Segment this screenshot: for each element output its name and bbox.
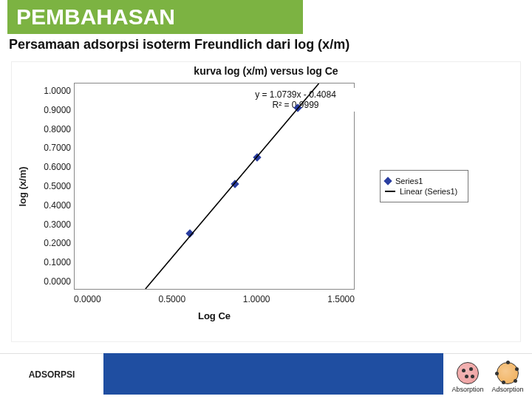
chart-legend: Series1 Linear (Series1) [380, 170, 468, 202]
x-tick: 1.5000 [327, 294, 355, 304]
page-subtitle: Persamaan adsorpsi isoterm Freundlich da… [0, 34, 532, 55]
footer-label: ADSORPSI [29, 369, 75, 380]
footer-right: Absorption Adsorption [443, 353, 532, 395]
y-tick: 0.4000 [35, 200, 71, 211]
y-tick: 0.2000 [35, 238, 71, 248]
x-tick: 0.5000 [158, 294, 185, 304]
footer-bar: ADSORPSI Absorption Adsorption [0, 353, 532, 395]
y-tick: 0.1000 [35, 257, 71, 267]
regression-line [75, 83, 354, 289]
adsorption-icon [497, 362, 519, 384]
line-icon [385, 191, 395, 192]
y-tick: 0.0000 [35, 276, 71, 287]
y-axis-ticks: 1.0000 0.9000 0.8000 0.7000 0.6000 0.500… [33, 83, 74, 290]
footer-left: ADSORPSI [0, 353, 103, 395]
legend-item: Linear (Series1) [385, 187, 463, 196]
y-tick: 0.7000 [35, 143, 71, 153]
y-axis-label: log (x/m) [17, 166, 28, 206]
x-tick: 0.0000 [74, 294, 101, 304]
legend-item: Series1 [385, 177, 463, 185]
y-tick: 0.9000 [35, 105, 71, 115]
x-tick: 1.0000 [243, 294, 270, 304]
absorption-label: Absorption [451, 386, 483, 393]
absorption-icon [457, 362, 479, 384]
y-axis-label-wrap: log (x/m) [12, 83, 33, 290]
diamond-icon [383, 177, 392, 185]
y-tick: 0.8000 [35, 124, 71, 134]
x-axis-ticks: 0.0000 0.5000 1.0000 1.5000 [74, 294, 355, 304]
chart-title: kurva log (x/m) versus log Ce [12, 65, 520, 77]
y-tick: 0.5000 [35, 181, 71, 191]
legend-label: Series1 [395, 177, 423, 185]
y-tick: 1.0000 [35, 86, 71, 96]
page-title: PEMBAHASAN [7, 0, 303, 34]
adsorption-diagram: Adsorption [491, 362, 523, 393]
absorption-diagram: Absorption [451, 362, 483, 393]
x-axis-label: Log Ce [74, 310, 355, 321]
legend-label: Linear (Series1) [400, 187, 457, 196]
adsorption-label: Adsorption [491, 386, 523, 393]
chart-container: kurva log (x/m) versus log Ce log (x/m) … [11, 61, 521, 342]
svg-line-0 [146, 83, 319, 289]
y-tick: 0.3000 [35, 219, 71, 230]
y-tick: 0.6000 [35, 162, 71, 172]
footer-mid [103, 353, 443, 395]
chart-plot: y = 1.0739x - 0.4084 R² = 0.9999 [74, 83, 355, 290]
